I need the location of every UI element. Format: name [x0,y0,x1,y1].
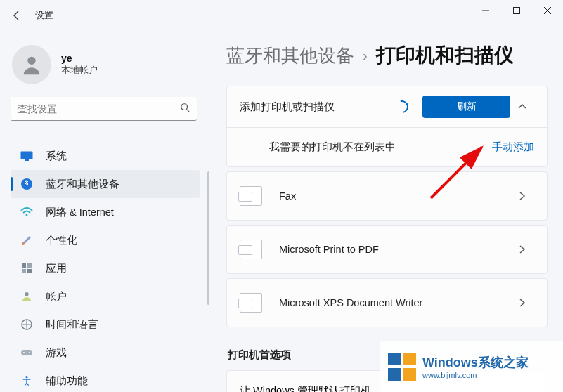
sidebar-item-label: 辅助功能 [46,374,88,388]
chevron-right-icon [510,192,534,200]
svg-line-11 [23,237,30,244]
watermark-brand: Windows系统之家 [422,354,529,371]
window-title: 设置 [35,9,53,22]
watermark-url: www.bjjmlv.com [422,371,529,379]
sidebar-item-label: 应用 [46,262,67,275]
svg-rect-13 [22,263,26,268]
svg-rect-26 [388,368,401,381]
printer-icon [240,240,262,259]
svg-rect-7 [21,152,33,159]
chevron-up-icon [518,103,526,111]
bluetooth-icon [19,176,34,192]
sidebar-item-gaming[interactable]: 游戏 [11,339,200,367]
svg-point-12 [22,242,25,245]
loading-spinner-icon [394,98,411,116]
svg-rect-19 [21,350,32,355]
chevron-right-icon [510,299,534,307]
collapse-button[interactable] [510,103,534,111]
search-icon [180,103,190,115]
printer-icon [240,186,262,206]
sidebar-item-label: 个性化 [46,234,77,247]
printer-item-fax[interactable]: Fax [226,171,548,221]
sidebar-item-personalization[interactable]: 个性化 [11,226,200,254]
svg-point-17 [25,292,28,296]
printer-item-xps[interactable]: Microsoft XPS Document Writer [226,278,548,327]
svg-rect-15 [22,269,26,273]
svg-rect-14 [27,263,32,268]
printer-name: Microsoft XPS Document Writer [279,297,510,308]
sidebar-item-apps[interactable]: 应用 [11,254,200,282]
clock-globe-icon [19,317,34,332]
sidebar-item-label: 时间和语言 [46,318,98,332]
watermark: Windows系统之家 www.bjjmlv.com [380,341,563,392]
sidebar-item-accounts[interactable]: 帐户 [11,282,200,311]
sidebar-item-label: 蓝牙和其他设备 [46,178,119,191]
apps-icon [19,261,34,276]
wifi-icon [19,204,34,220]
sidebar-item-accessibility[interactable]: 辅助功能 [11,367,200,392]
svg-rect-8 [25,159,29,161]
chevron-right-icon: › [363,48,368,64]
svg-point-5 [181,103,188,110]
add-printer-label: 添加打印机或扫描仪 [240,100,396,114]
maximize-button[interactable] [501,0,532,21]
accessibility-icon [19,373,34,388]
watermark-logo-icon [386,351,418,383]
breadcrumb-current: 打印机和扫描仪 [376,42,514,69]
printer-name: Fax [279,190,510,202]
close-button[interactable] [532,0,563,21]
minimize-button[interactable] [470,0,501,21]
sidebar-item-label: 游戏 [46,346,67,360]
sidebar-item-label: 网络 & Internet [46,206,114,219]
back-button[interactable] [3,1,31,30]
sidebar-item-label: 帐户 [46,290,67,303]
svg-point-4 [27,57,35,65]
avatar [12,45,51,84]
chevron-right-icon [510,245,534,254]
sidebar-item-network[interactable]: 网络 & Internet [11,198,200,226]
svg-rect-27 [403,368,416,381]
search-box[interactable] [11,97,197,121]
user-name: ye [61,53,98,64]
manual-add-button[interactable]: 手动添加 [492,141,534,154]
breadcrumb: 蓝牙和其他设备 › 打印机和扫描仪 [226,42,548,69]
sidebar-item-system[interactable]: 系统 [11,142,200,170]
printer-item-pdf[interactable]: Microsoft Print to PDF [226,225,548,274]
sidebar-item-label: 系统 [46,150,67,163]
brush-icon [19,233,34,248]
printer-name: Microsoft Print to PDF [279,244,510,255]
person-icon [19,289,34,304]
svg-point-21 [29,352,30,353]
user-account-type: 本地帐户 [61,64,98,77]
printer-icon [240,293,262,313]
svg-line-6 [187,109,190,112]
refresh-button[interactable]: 刷新 [422,96,510,118]
breadcrumb-parent[interactable]: 蓝牙和其他设备 [226,44,354,68]
monitor-icon [19,148,34,164]
sidebar-item-time-language[interactable]: 时间和语言 [11,311,200,339]
gamepad-icon [19,345,34,360]
sidebar-item-bluetooth[interactable]: 蓝牙和其他设备 [11,170,200,198]
not-in-list-label: 我需要的打印机不在列表中 [269,141,492,154]
svg-rect-24 [388,353,401,365]
svg-point-20 [23,352,25,353]
search-input[interactable] [18,103,180,115]
user-block[interactable]: ye 本地帐户 [11,38,200,97]
svg-rect-16 [27,269,32,273]
svg-rect-1 [514,8,520,14]
sidebar-scrollbar[interactable] [207,171,209,305]
svg-rect-25 [403,353,416,365]
svg-point-10 [26,214,28,216]
svg-point-22 [25,376,27,378]
